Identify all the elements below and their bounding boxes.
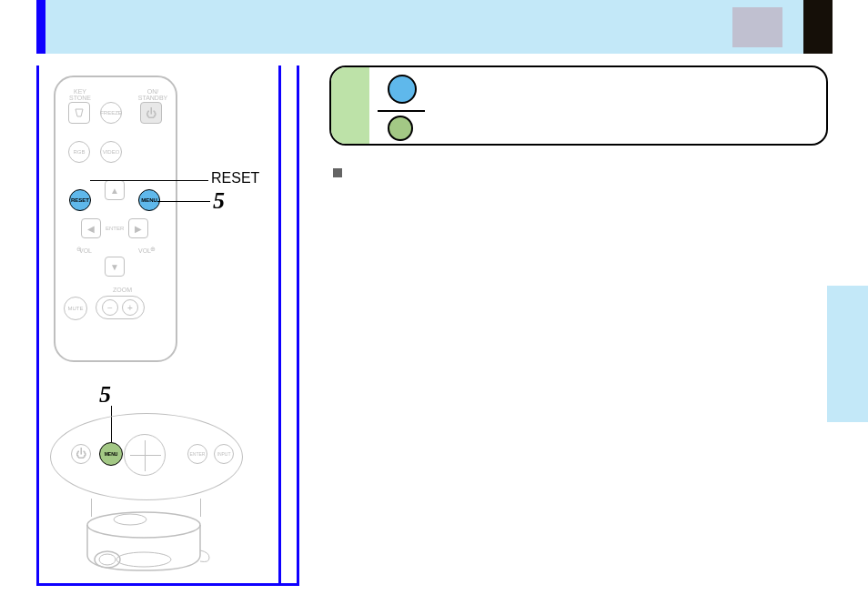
keystone-label: KEY STONE (66, 88, 94, 101)
projector-illustration (71, 505, 217, 578)
on-standby-label: ON/ STANDBY (135, 88, 171, 101)
mute-button[interactable]: MUTE (64, 297, 87, 320)
svg-point-4 (116, 552, 171, 567)
step-5-remote: 5 (213, 187, 225, 215)
legend-blue-dot-icon (388, 75, 417, 104)
remote-menu-text: MENU (141, 197, 157, 203)
control-enter-text: ENTER (190, 451, 206, 457)
video-button[interactable]: VIDEO (100, 141, 122, 163)
remote-menu-button[interactable]: MENU (138, 189, 160, 211)
control-input-button[interactable]: INPUT (214, 444, 234, 464)
control-power-button[interactable] (71, 444, 91, 464)
nav-up-button[interactable]: ▲ (105, 180, 125, 200)
mute-text: MUTE (68, 306, 84, 311)
callout-line-menu (157, 201, 210, 202)
bottom-rule (36, 583, 299, 586)
control-input-text: INPUT (217, 451, 231, 457)
power-button[interactable] (140, 102, 162, 124)
keystone-icon (74, 108, 85, 117)
nav-left-button[interactable]: ◀ (81, 218, 101, 238)
reset-callout: RESET (211, 170, 259, 187)
left-rule (36, 66, 39, 586)
video-text: VIDEO (103, 149, 120, 155)
bullet-icon (331, 166, 342, 177)
freeze-text: FREEZE (100, 110, 122, 116)
divider-rule-right (297, 66, 299, 586)
nav-down-button[interactable]: ▼ (105, 257, 125, 277)
vol-minus-label: VOL (79, 247, 92, 254)
legend-green-sidebar (331, 67, 369, 144)
zoom-label: ZOOM (113, 287, 132, 293)
callout-line-reset (90, 180, 208, 181)
header-page-box (732, 7, 782, 47)
control-menu-button[interactable]: MENU (99, 442, 123, 466)
side-tab (827, 286, 868, 422)
legend-divider (378, 110, 425, 112)
reset-button[interactable]: RESET (69, 189, 91, 211)
legend-body (369, 67, 826, 144)
header-bar (36, 0, 830, 54)
svg-point-3 (99, 554, 116, 565)
divider-rule-left (278, 66, 281, 586)
zoom-out-button[interactable]: − (102, 299, 118, 316)
control-nav-pad[interactable] (124, 434, 166, 476)
svg-point-1 (114, 514, 146, 525)
control-menu-text: MENU (105, 451, 118, 457)
freeze-button[interactable]: FREEZE (100, 102, 122, 124)
header-right-block (803, 0, 833, 54)
step-5-control: 5 (99, 381, 111, 408)
rgb-text: RGB (73, 149, 85, 155)
vol-plus-label: VOL (138, 247, 151, 254)
keystone-button[interactable] (68, 102, 90, 124)
legend-green-dot-icon (388, 116, 413, 141)
zoom-in-button[interactable]: + (122, 299, 138, 316)
power-icon (146, 105, 156, 121)
nav-right-button[interactable]: ▶ (128, 218, 148, 238)
zoom-rocker[interactable]: − + (96, 296, 145, 319)
control-power-icon (76, 448, 86, 460)
enter-label: ENTER (106, 226, 124, 231)
control-enter-button[interactable]: ENTER (187, 444, 207, 464)
header-accent-strip (36, 0, 45, 54)
rgb-button[interactable]: RGB (68, 141, 90, 163)
reset-button-text: RESET (71, 197, 89, 203)
